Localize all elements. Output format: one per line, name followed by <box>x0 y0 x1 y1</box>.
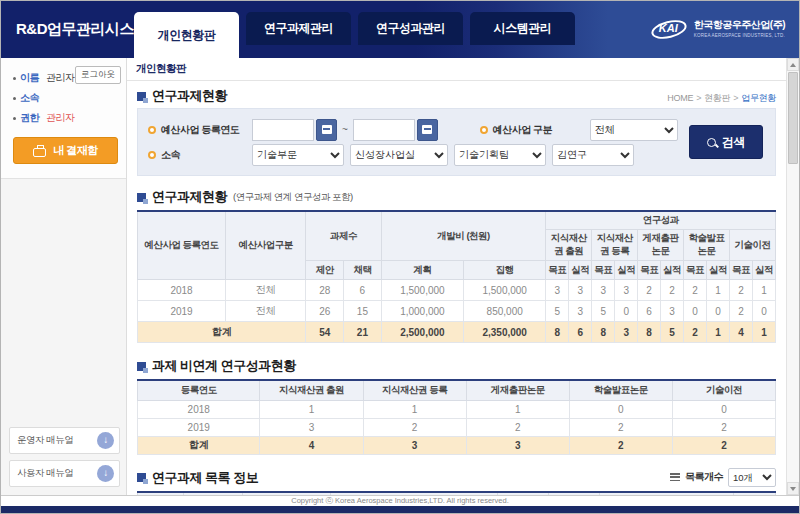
search-section-title: 연구과제현황 <box>137 87 227 105</box>
table-cell: 2 <box>661 280 684 301</box>
column-header: 실적 <box>661 261 684 280</box>
user-manual-button[interactable]: 사용자 매뉴얼 <box>9 460 120 487</box>
column-header: 게재출판논문 <box>466 380 569 400</box>
calendar-from-button[interactable] <box>316 119 337 141</box>
download-icon <box>97 432 114 449</box>
dept-team-select[interactable]: 기술기획팀 <box>454 144 546 166</box>
calendar-icon <box>322 125 332 134</box>
section-square-icon <box>137 92 146 101</box>
project-status-section-subtitle: (연구과제 연계 연구성과 포함) <box>233 191 353 204</box>
search-button[interactable]: 검색 <box>689 125 763 159</box>
table-cell: 21 <box>344 322 382 343</box>
manual-downloads: 운영자 매뉴얼 사용자 매뉴얼 <box>1 415 126 495</box>
breadcrumb-dashboard[interactable]: 현황판 <box>704 93 730 103</box>
table-cell: 3 <box>466 436 569 454</box>
tab-research-project-mgmt[interactable]: 연구과제관리 <box>246 12 351 45</box>
project-status-tbody: 2018전체2861,500,0001,500,0003333222121201… <box>138 280 776 343</box>
dept-division-select[interactable]: 기술부문 <box>252 144 344 166</box>
table-cell: 26 <box>306 301 344 322</box>
logo-company-name: 한국항공우주산업(주) <box>694 18 785 32</box>
page-body: 로그아웃 이름 관리자 소속 권한 관리자 <box>1 58 799 495</box>
calendar-to-button[interactable] <box>417 119 438 141</box>
tab-system-mgmt[interactable]: 시스템관리 <box>470 12 575 45</box>
dept-office-select[interactable]: 신성장사업실 <box>350 144 448 166</box>
project-status-section-title: 연구과제현황 (연구과제 연계 연구성과 포함) <box>137 188 353 206</box>
table-row: 2018전체2861,500,0001,500,0003333222121 <box>138 280 776 301</box>
column-header: 개발비(천원) <box>599 492 733 496</box>
table-cell: 4 <box>260 436 363 454</box>
orange-bullet-icon <box>480 126 488 134</box>
table-row: 2019전체26151,000,000850,0005350630020 <box>138 301 776 322</box>
vertical-scrollbar[interactable] <box>786 58 799 495</box>
column-header: 제안번호 <box>242 492 331 496</box>
unlinked-performance-table: 등록연도 지식재산권 출원 지식재산권 등록 게재출판논문 학술발표논문 기술이… <box>137 379 776 455</box>
column-header: 부서 <box>497 492 548 496</box>
budget-year-to-input[interactable] <box>353 119 415 141</box>
copyright-text: Copyright ⓒ Korea Aerospace Industries,L… <box>1 495 799 506</box>
dept-person-select[interactable]: 김연구 <box>552 144 634 166</box>
table-cell: 54 <box>306 322 344 343</box>
column-header: 지식재산권 출원 <box>260 380 363 400</box>
orange-bullet-icon <box>148 126 156 134</box>
scrollbar-up-arrow[interactable] <box>787 58 799 71</box>
column-header: 학술발표 논문 <box>684 230 730 261</box>
table-cell: 3 <box>260 418 363 436</box>
download-icon <box>97 465 114 482</box>
bottom-bar <box>1 506 799 513</box>
scrollbar-thumb[interactable] <box>788 72 798 164</box>
table-cell: 3 <box>615 280 638 301</box>
list-icon <box>670 473 680 481</box>
table-cell: 1,500,000 <box>464 280 546 301</box>
profile-name-label: 이름 <box>20 71 39 85</box>
profile-role-label: 권한 <box>20 111 39 125</box>
column-header: 목표 <box>638 261 661 280</box>
column-header: 기술이전 <box>672 380 775 400</box>
table-cell: 28 <box>306 280 344 301</box>
breadcrumb-home[interactable]: HOME <box>667 93 693 103</box>
table-cell: 1,500,000 <box>381 280 463 301</box>
table-cell: 2 <box>684 280 707 301</box>
table-cell: 2,500,000 <box>381 322 463 343</box>
unlinked-tbody: 201811100201932222합계43322 <box>138 400 776 454</box>
table-cell: 2 <box>672 436 775 454</box>
column-header: 목표 <box>729 261 752 280</box>
list-count-control: 목록개수 10개 <box>670 468 776 487</box>
table-cell: 1 <box>707 322 730 343</box>
project-status-table: 예산사업 등록연도 예산사업구분 과제수 개발비 (천원) 연구성과 지식재산권… <box>137 210 776 343</box>
tab-personal-dashboard[interactable]: 개인현황판 <box>134 12 239 58</box>
table-cell: 2 <box>363 418 466 436</box>
my-approval-button[interactable]: 내 결재함 <box>13 137 118 164</box>
admin-manual-button[interactable]: 운영자 매뉴얼 <box>9 427 120 454</box>
table-cell: 2 <box>638 280 661 301</box>
tab-research-result-mgmt[interactable]: 연구성과관리 <box>358 12 463 45</box>
briefcase-icon <box>33 148 46 157</box>
table-cell: 3 <box>569 301 592 322</box>
column-header: 목표 <box>684 261 707 280</box>
profile-dept-row: 소속 <box>13 88 118 108</box>
column-header: 실적 <box>615 261 638 280</box>
table-cell: 3 <box>592 280 615 301</box>
column-header: 기술이전 <box>729 230 775 261</box>
list-count-select[interactable]: 10개 <box>728 468 776 487</box>
budget-year-from-input[interactable] <box>252 119 314 141</box>
table-total-row: 합계54212,500,0002,350,0008683852141 <box>138 322 776 343</box>
bullet-icon <box>13 117 16 120</box>
section-square-icon <box>137 362 146 371</box>
table-cell: 전체 <box>226 301 306 322</box>
search-icon <box>707 138 716 147</box>
table-cell: 0 <box>707 301 730 322</box>
column-header: 예산사업 등록연도 <box>138 211 226 280</box>
main-content: 개인현황판 연구과제현황 HOME>현황판>업무현황 <box>127 58 786 495</box>
logout-button[interactable]: 로그아웃 <box>75 66 121 84</box>
main-nav: 개인현황판 연구과제관리 연구성과관리 시스템관리 <box>134 12 575 58</box>
unlinked-section-title: 과제 비연계 연구성과현황 <box>137 357 296 375</box>
search-panel: 예산사업 등록연도 ~ 예산사업 구분 전체 <box>137 108 776 176</box>
table-cell: 3 <box>569 280 592 301</box>
budget-division-select[interactable]: 전체 <box>590 119 678 141</box>
scrollbar-down-arrow[interactable] <box>787 482 799 495</box>
column-header: 집행 <box>464 261 546 280</box>
table-cell: 0 <box>684 301 707 322</box>
bullet-icon <box>13 77 16 80</box>
table-cell: 1,000,000 <box>381 301 463 322</box>
profile-role-value: 관리자 <box>46 111 75 125</box>
